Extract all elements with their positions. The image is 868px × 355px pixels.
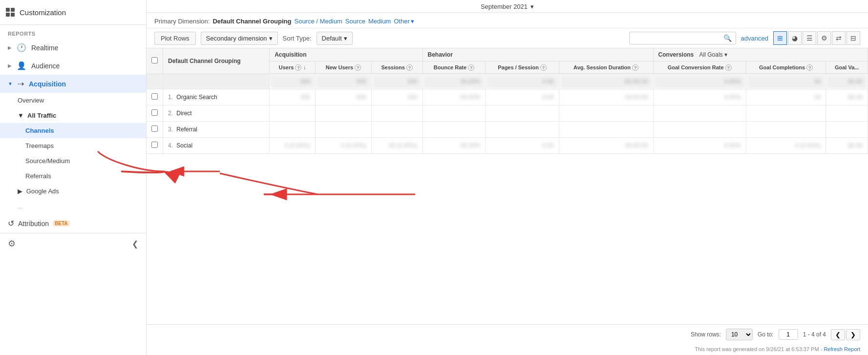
view-compare-icon[interactable]: ⇄ bbox=[832, 31, 846, 45]
view-table-icon[interactable]: ⊞ bbox=[773, 31, 787, 45]
row2-checkbox[interactable] bbox=[151, 109, 158, 116]
secondary-dimension-select[interactable]: Secondary dimension ▾ bbox=[201, 32, 278, 45]
table-row: 2. Direct bbox=[147, 105, 868, 122]
select-all-checkbox[interactable] bbox=[151, 57, 158, 63]
collapse-icon[interactable]: ❮ bbox=[132, 239, 138, 249]
all-goals-dropdown[interactable]: All Goals ▾ bbox=[699, 51, 727, 58]
month-header: September 2021 ▾ bbox=[147, 0, 868, 13]
plot-rows-button[interactable]: Plot Rows bbox=[154, 32, 196, 45]
row4-channel-link[interactable]: Social bbox=[176, 142, 192, 149]
sidebar-item-referrals[interactable]: Referrals bbox=[0, 168, 146, 184]
bounce-rate-help-icon[interactable]: ? bbox=[468, 64, 474, 71]
sidebar-item-attribution[interactable]: ↺ Attribution BETA bbox=[0, 214, 146, 233]
col-header-new-users[interactable]: New Users ? bbox=[316, 62, 372, 74]
sort-default-label: Default bbox=[322, 35, 342, 42]
other-dropdown-icon: ▾ bbox=[411, 18, 414, 25]
sidebar-item-acquisition[interactable]: ▼ ⇢ Acquisition bbox=[0, 75, 146, 93]
col-header-goal-conv-rate[interactable]: Goal Conversion Rate ? bbox=[653, 62, 746, 74]
sidebar-item-treemaps[interactable]: Treemaps bbox=[0, 138, 146, 153]
row3-new-users bbox=[316, 122, 372, 138]
row3-checkbox[interactable] bbox=[151, 125, 158, 132]
next-page-button[interactable]: ❯ bbox=[846, 329, 860, 340]
col-header-users[interactable]: Users ? ↓ bbox=[270, 62, 316, 74]
view-list-icon[interactable]: ☰ bbox=[803, 31, 816, 45]
sidebar-item-all-traffic[interactable]: ▼ All Traffic bbox=[0, 108, 146, 123]
col-header-avg-session[interactable]: Avg. Session Duration ? bbox=[559, 62, 653, 74]
primary-dim-other-dropdown[interactable]: Other ▾ bbox=[394, 18, 414, 25]
row2-channel-link[interactable]: Direct bbox=[176, 110, 191, 117]
row1-channel-link[interactable]: Organic Search bbox=[176, 94, 217, 101]
month-label: September 2021 bbox=[481, 3, 528, 10]
sidebar-item-audience[interactable]: ▶ 👤 Audience bbox=[0, 57, 146, 75]
acquisition-submenu: Overview ▼ All Traffic Channels Treemaps… bbox=[0, 93, 146, 214]
sidebar-item-realtime[interactable]: ▶ 🕐 Realtime bbox=[0, 39, 146, 57]
sidebar-item-google-ads[interactable]: ▶ Google Ads bbox=[0, 184, 146, 199]
row1-new-users: 000 bbox=[316, 89, 372, 105]
row3-checkbox-cell[interactable] bbox=[147, 122, 163, 138]
go-to-input[interactable] bbox=[779, 329, 798, 340]
row4-users: 0 (0.00%) bbox=[270, 138, 316, 154]
row2-users bbox=[270, 105, 316, 122]
row2-checkbox-cell[interactable] bbox=[147, 105, 163, 122]
row1-checkbox-cell[interactable] bbox=[147, 89, 163, 105]
col-header-pages-session[interactable]: Pages / Session ? bbox=[486, 62, 559, 74]
sidebar-item-source-medium[interactable]: Source/Medium bbox=[0, 153, 146, 168]
primary-dim-medium[interactable]: Medium bbox=[368, 18, 391, 25]
primary-dim-source[interactable]: Source bbox=[345, 18, 365, 25]
totals-goal-completions: 00 bbox=[746, 74, 826, 89]
view-pie-icon[interactable]: ◕ bbox=[788, 31, 802, 45]
totals-row: 000 000 000 00.00% 0.00 00:00:00 0.00% 0… bbox=[147, 74, 868, 89]
col-header-goal-value[interactable]: Goal Va... bbox=[826, 62, 868, 74]
advanced-link[interactable]: advanced bbox=[741, 35, 768, 42]
select-all-checkbox-header[interactable] bbox=[147, 48, 163, 74]
search-input[interactable] bbox=[634, 35, 721, 42]
row4-checkbox[interactable] bbox=[151, 142, 158, 148]
goal-conv-rate-help-icon[interactable]: ? bbox=[725, 64, 732, 71]
totals-goal-conv-rate: 0.00% bbox=[653, 74, 746, 89]
view-pivot-icon[interactable]: ⊟ bbox=[847, 31, 860, 45]
main-content: September 2021 ▾ Primary Dimension: Defa… bbox=[147, 0, 868, 355]
new-users-help-icon[interactable]: ? bbox=[355, 64, 361, 71]
acquisition-section-header: Acquisition bbox=[270, 48, 423, 62]
sort-type-label: Sort Type: bbox=[283, 35, 312, 42]
row1-checkbox[interactable] bbox=[151, 93, 158, 100]
row3-channel-link[interactable]: Referral bbox=[176, 126, 197, 133]
acquisition-label: Acquisition bbox=[29, 80, 66, 88]
row4-bounce-rate: 00.00% bbox=[423, 138, 486, 154]
show-rows-label: Show rows: bbox=[691, 331, 721, 338]
search-icon[interactable]: 🔍 bbox=[723, 34, 732, 42]
avg-session-help-icon[interactable]: ? bbox=[632, 64, 638, 71]
prev-page-button[interactable]: ❮ bbox=[831, 329, 845, 340]
sort-type-select[interactable]: Default ▾ bbox=[317, 32, 353, 45]
primary-dim-active[interactable]: Default Channel Grouping bbox=[212, 18, 291, 25]
col-header-sessions[interactable]: Sessions ? bbox=[371, 62, 423, 74]
sidebar-item-more[interactable]: ... bbox=[0, 199, 146, 214]
arrow-split-icon: ⇢ bbox=[18, 79, 24, 88]
pages-session-help-icon[interactable]: ? bbox=[540, 64, 547, 71]
col-header-bounce-rate[interactable]: Bounce Rate ? bbox=[423, 62, 486, 74]
secondary-dim-dropdown-icon: ▾ bbox=[269, 35, 273, 42]
month-dropdown-icon[interactable]: ▾ bbox=[530, 3, 534, 10]
users-sort-icon[interactable]: ↓ bbox=[303, 64, 306, 71]
gear-icon[interactable]: ⚙ bbox=[8, 238, 16, 249]
sort-dropdown-icon: ▾ bbox=[344, 35, 347, 42]
row4-num: 4. bbox=[168, 142, 175, 149]
sidebar-item-channels[interactable]: Channels bbox=[0, 123, 146, 138]
sessions-help-icon[interactable]: ? bbox=[406, 64, 413, 71]
triangle-icon: ▶ bbox=[8, 45, 12, 50]
users-help-icon[interactable]: ? bbox=[295, 64, 301, 71]
primary-dim-source-medium[interactable]: Source / Medium bbox=[294, 18, 342, 25]
sidebar-customization-item[interactable]: Customization bbox=[6, 8, 140, 17]
row3-num: 3. bbox=[168, 126, 175, 133]
view-filter-icon[interactable]: ⚙ bbox=[817, 31, 831, 45]
refresh-report-link[interactable]: Refresh Report bbox=[824, 346, 860, 352]
row1-num: 1. bbox=[168, 94, 175, 101]
col-default-channel-grouping: Default Channel Grouping bbox=[163, 48, 270, 74]
table-row: 3. Referral bbox=[147, 122, 868, 138]
show-rows-select[interactable]: 10 25 50 100 bbox=[726, 329, 753, 340]
col-header-goal-completions[interactable]: Goal Completions ? bbox=[746, 62, 826, 74]
sidebar-item-overview[interactable]: Overview bbox=[0, 93, 146, 108]
goal-completions-help-icon[interactable]: ? bbox=[806, 64, 813, 71]
row4-checkbox-cell[interactable] bbox=[147, 138, 163, 154]
primary-dimension-bar: Primary Dimension: Default Channel Group… bbox=[147, 13, 868, 28]
